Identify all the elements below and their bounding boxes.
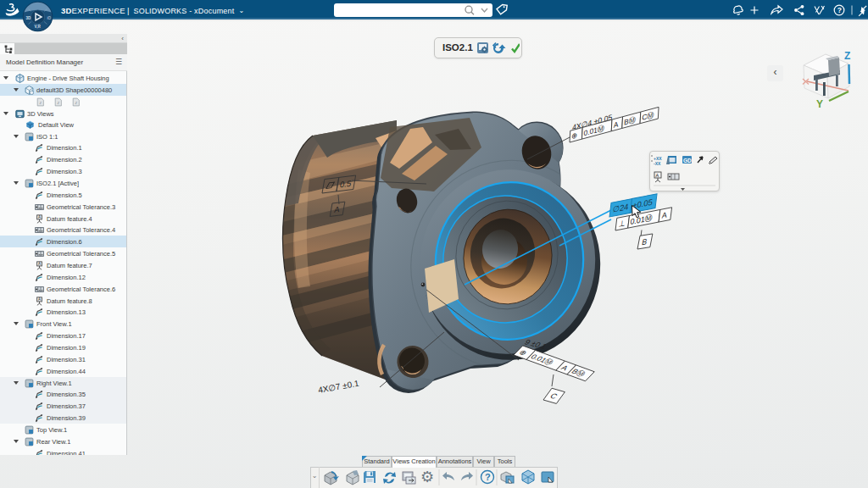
svg-text:A: A (614, 119, 619, 130)
svg-text:4X∅7 ±0.1: 4X∅7 ±0.1 (317, 379, 359, 395)
svg-text:?: ? (485, 472, 491, 482)
svg-text:-XX: -XX (654, 161, 661, 166)
svg-text:iʘ: iʘ (47, 16, 52, 20)
svg-text:GD: GD (683, 158, 692, 164)
svg-text:⊥: ⊥ (618, 219, 626, 229)
svg-text:A: A (656, 173, 659, 178)
svg-text:Y: Y (816, 98, 823, 110)
svg-text:3D: 3D (26, 16, 32, 20)
svg-text:Z: Z (844, 50, 850, 62)
svg-text:?: ? (837, 6, 842, 14)
svg-text:0.5: 0.5 (339, 179, 352, 190)
svg-text:⊕: ⊕ (571, 130, 577, 141)
svg-text:V,R: V,R (35, 25, 42, 29)
svg-text:⚙: ⚙ (420, 469, 434, 485)
